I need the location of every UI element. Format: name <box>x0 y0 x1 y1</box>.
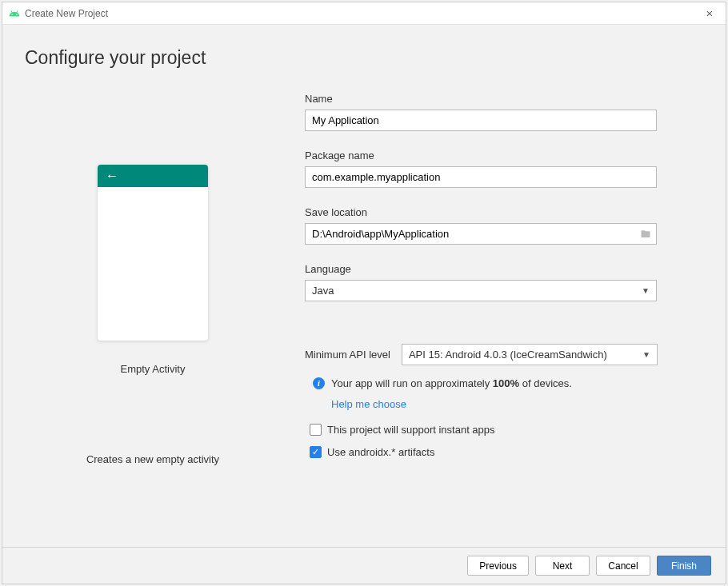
api-info: i Your app will run on approximately 100… <box>305 377 703 389</box>
finish-button[interactable]: Finish <box>657 556 711 576</box>
android-icon <box>9 8 20 19</box>
previous-button[interactable]: Previous <box>467 556 529 576</box>
template-description: Creates a new empty activity <box>86 453 219 465</box>
save-location-wrapper <box>305 223 657 245</box>
chevron-down-icon: ▼ <box>642 350 650 359</box>
instant-apps-label: This project will support instant apps <box>327 424 495 436</box>
field-name: Name <box>305 93 703 131</box>
left-column: ← Empty Activity Creates a new empty act… <box>25 85 281 547</box>
form-column: Name Package name Save location <box>305 85 703 547</box>
main-area: Configure your project ← Empty Activity … <box>2 25 726 584</box>
package-label: Package name <box>305 149 703 161</box>
back-arrow-icon: ← <box>106 169 118 183</box>
content: ← Empty Activity Creates a new empty act… <box>2 85 726 547</box>
phone-preview: ← <box>98 165 208 341</box>
save-location-input[interactable] <box>306 224 635 244</box>
page-title: Configure your project <box>2 25 726 85</box>
api-value: API 15: Android 4.0.3 (IceCreamSandwich) <box>409 349 607 361</box>
field-package: Package name <box>305 149 703 188</box>
close-icon[interactable]: × <box>700 6 719 20</box>
field-api-level: Minimum API level API 15: Android 4.0.3 … <box>305 344 703 365</box>
chevron-down-icon: ▼ <box>642 286 650 295</box>
footer: Previous Next Cancel Finish <box>2 547 726 584</box>
next-button[interactable]: Next <box>535 556 590 576</box>
folder-icon[interactable] <box>635 228 656 240</box>
info-text: Your app will run on approximately 100% … <box>331 377 572 389</box>
save-location-label: Save location <box>305 206 703 218</box>
api-label: Minimum API level <box>305 349 390 361</box>
instant-apps-row: This project will support instant apps <box>305 424 703 436</box>
language-value: Java <box>312 285 334 297</box>
language-label: Language <box>305 263 703 275</box>
cancel-button[interactable]: Cancel <box>596 556 650 576</box>
dialog-window: Create New Project × Configure your proj… <box>2 2 726 584</box>
name-label: Name <box>305 93 703 105</box>
androidx-checkbox[interactable]: ✓ <box>310 446 322 458</box>
window-title: Create New Project <box>25 8 108 19</box>
template-name: Empty Activity <box>121 363 186 375</box>
field-language: Language Java ▼ <box>305 263 703 301</box>
package-input[interactable] <box>305 166 657 188</box>
phone-appbar: ← <box>98 165 208 187</box>
name-input[interactable] <box>305 110 657 131</box>
help-link[interactable]: Help me choose <box>305 398 703 410</box>
api-select[interactable]: API 15: Android 4.0.3 (IceCreamSandwich)… <box>402 344 658 365</box>
androidx-row: ✓ Use androidx.* artifacts <box>305 446 703 458</box>
androidx-label: Use androidx.* artifacts <box>327 446 434 458</box>
info-icon: i <box>313 377 325 389</box>
instant-apps-checkbox[interactable] <box>310 424 322 436</box>
language-select[interactable]: Java ▼ <box>305 280 657 301</box>
titlebar: Create New Project × <box>2 2 726 25</box>
field-save-location: Save location <box>305 206 703 245</box>
